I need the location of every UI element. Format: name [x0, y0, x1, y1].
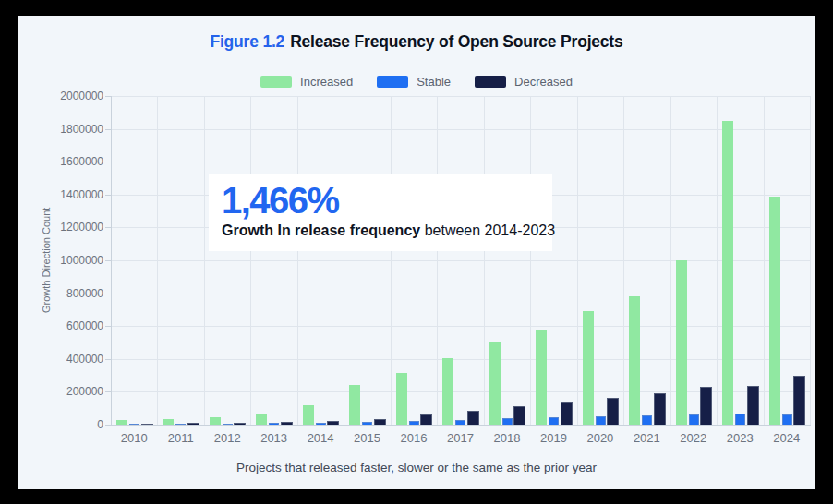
x-tick-label-2024: 2024	[764, 431, 810, 445]
x-tick-label-2023: 2023	[717, 431, 763, 445]
bar-decreased-2020	[607, 398, 619, 425]
bar-stable-2013	[269, 423, 279, 425]
y-tick-label: 600000	[18, 319, 103, 332]
bar-increased-2016	[396, 373, 407, 425]
bar-stable-2022	[689, 414, 699, 425]
y-tick-label: 200000	[18, 385, 103, 398]
gridline-horizontal	[112, 294, 811, 294]
bar-increased-2015	[349, 385, 360, 425]
x-tick-label-2020: 2020	[577, 431, 623, 445]
y-tick-mark	[105, 391, 111, 392]
gridline-vertical	[391, 96, 392, 425]
bar-stable-2011	[175, 424, 186, 425]
y-tick-label: 2000000	[18, 90, 103, 102]
y-tick-mark	[105, 294, 111, 294]
bar-stable-2023	[735, 414, 745, 425]
gridline-vertical	[764, 96, 765, 425]
y-tick-mark	[105, 260, 111, 261]
x-tick-label-2018: 2018	[484, 431, 530, 445]
y-tick-label: 1000000	[18, 254, 103, 267]
chart-legend: Increased Stable Decreased	[18, 75, 815, 89]
bar-stable-2015	[362, 422, 372, 425]
y-ticks: 2000000180000016000001400000120000010000…	[18, 96, 103, 425]
bar-increased-2020	[583, 311, 594, 425]
bar-stable-2018	[502, 418, 513, 425]
gridline-vertical	[297, 96, 298, 425]
x-tick-label-2014: 2014	[297, 431, 344, 445]
x-tick-label-2017: 2017	[437, 431, 483, 445]
bar-increased-2012	[210, 417, 221, 425]
figure-canvas: Figure 1.2Release Frequency of Open Sour…	[18, 16, 815, 489]
bar-increased-2014	[303, 405, 314, 425]
x-tick-label-2019: 2019	[530, 431, 576, 445]
bar-decreased-2016	[420, 414, 432, 425]
y-tick-mark	[105, 326, 111, 327]
legend-label: Increased	[300, 75, 353, 89]
x-axis-labels: 2010201120122013201420152016201720182019…	[111, 431, 810, 446]
gridline-horizontal	[112, 260, 811, 261]
x-tick-label-2011: 2011	[157, 431, 203, 445]
gridline-horizontal	[112, 162, 811, 162]
figure-page: { "frame": { "border_color": "#000000", …	[0, 0, 833, 504]
gridline-horizontal	[112, 96, 811, 97]
stable-swatch-icon	[377, 76, 408, 88]
gridline-vertical	[670, 96, 671, 425]
gridline-vertical	[810, 96, 811, 425]
y-tick-mark	[105, 359, 111, 360]
annotation-box: 1,466% Growth In release frequency betwe…	[209, 174, 552, 251]
x-tick-label-2021: 2021	[623, 431, 670, 445]
gridline-vertical	[204, 96, 205, 425]
bar-increased-2011	[163, 419, 174, 425]
bar-stable-2016	[409, 421, 419, 425]
bar-increased-2018	[489, 342, 501, 425]
gridline-vertical	[530, 96, 531, 425]
y-tick-label: 1400000	[18, 188, 103, 201]
x-tick-label-2013: 2013	[250, 431, 296, 445]
y-tick-mark	[105, 96, 111, 97]
figure-title: Figure 1.2Release Frequency of Open Sour…	[18, 32, 815, 52]
gridline-vertical	[717, 96, 718, 425]
bar-increased-2021	[629, 296, 640, 425]
plot-area: 1,466% Growth In release frequency betwe…	[111, 96, 811, 426]
bar-decreased-2015	[374, 419, 386, 425]
bar-increased-2023	[722, 121, 733, 425]
bar-decreased-2017	[467, 411, 479, 425]
legend-item-stable: Stable	[377, 75, 451, 89]
decreased-swatch-icon	[475, 76, 506, 88]
bar-decreased-2024	[793, 376, 805, 425]
gridline-vertical	[344, 96, 344, 425]
y-tick-label: 1600000	[18, 155, 103, 168]
increased-swatch-icon	[260, 76, 292, 88]
y-tick-mark	[105, 162, 111, 162]
y-tick-label: 400000	[18, 353, 103, 366]
y-tick-label: 800000	[18, 287, 103, 300]
x-tick-label-2012: 2012	[204, 431, 250, 445]
y-tick-mark	[105, 227, 111, 228]
bar-increased-2024	[769, 197, 780, 425]
gridline-horizontal	[112, 359, 811, 360]
bar-decreased-2011	[187, 423, 199, 425]
gridline-horizontal	[112, 129, 811, 130]
bar-increased-2019	[536, 330, 547, 425]
bar-decreased-2010	[141, 424, 153, 425]
bar-stable-2019	[549, 417, 559, 425]
bar-stable-2010	[129, 424, 139, 425]
bar-decreased-2023	[747, 386, 759, 425]
bar-increased-2022	[676, 260, 687, 425]
bar-decreased-2019	[561, 402, 573, 425]
bar-stable-2024	[782, 414, 792, 425]
y-tick-label: 1200000	[18, 221, 103, 234]
figure-number: Figure 1.2	[210, 32, 284, 51]
gridline-vertical	[484, 96, 485, 425]
legend-item-increased: Increased	[260, 75, 353, 89]
gridline-vertical	[623, 96, 624, 425]
bar-decreased-2021	[654, 393, 666, 425]
x-tick-label-2022: 2022	[670, 431, 717, 445]
y-tick-label: 1800000	[18, 123, 103, 136]
x-tick-label-2016: 2016	[391, 431, 437, 445]
legend-item-decreased: Decreased	[475, 75, 573, 89]
y-tick-mark	[105, 129, 111, 130]
y-tick-label: 0	[18, 418, 103, 431]
annotation-normal-text: between 2014-2023	[420, 222, 555, 238]
y-tick-mark	[105, 425, 111, 426]
